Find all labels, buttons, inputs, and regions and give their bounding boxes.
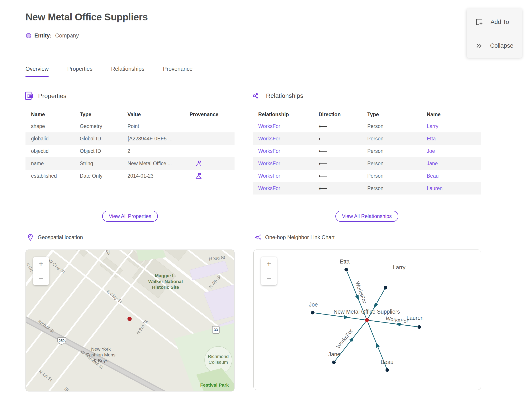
chart-zoom-in-button[interactable]: + — [261, 257, 277, 271]
map-zoom-in-button[interactable]: + — [33, 257, 49, 271]
tab-bar: OverviewPropertiesRelationshipsProvenanc… — [26, 66, 193, 77]
node-label: Jane — [328, 351, 340, 357]
map-label: Historic Site — [152, 284, 179, 290]
property-row: nameStringNew Metal Office ... — [26, 157, 234, 170]
relationship-entity-type: Person — [367, 123, 427, 129]
add-to-label: Add To — [491, 19, 509, 26]
tab-relationships[interactable]: Relationships — [111, 66, 144, 77]
node-label: Etta — [340, 258, 350, 265]
tab-overview[interactable]: Overview — [26, 66, 48, 77]
map-zoom-control: + − — [33, 257, 49, 285]
link-chart-edge[interactable] — [367, 288, 386, 320]
direction-arrow: ⟵ — [319, 135, 367, 142]
center-node-label: New Metal Office Suppliers — [334, 309, 400, 315]
link-chart-node-lauren[interactable] — [417, 325, 421, 329]
page-title: New Metal Office Suppliers — [26, 12, 148, 23]
route-shield-33: 33 — [212, 326, 219, 333]
relationship-entity-link[interactable]: Larry — [427, 123, 481, 129]
relationships-section-header: Relationships — [252, 91, 303, 101]
map-canvas[interactable]: 33250 W Clay Stk RdSaarshall StW Marshal… — [26, 250, 234, 391]
direction-arrow: ⟵ — [319, 123, 367, 130]
link-chart-node-joe[interactable] — [311, 311, 314, 315]
link-chart-center-node[interactable] — [365, 318, 369, 322]
properties-col-provenance: Provenance — [190, 112, 234, 118]
link-chart-icon — [254, 234, 262, 241]
relationship-type-link[interactable]: WorksFor — [258, 136, 319, 142]
direction-arrow: ⟵ — [319, 185, 367, 192]
node-label: Lauren — [406, 315, 424, 321]
relationship-type-link[interactable]: WorksFor — [258, 161, 319, 167]
properties-section-header: Properties — [24, 91, 66, 101]
entity-type-value: Company — [55, 32, 79, 39]
map-label: Festival Park — [200, 382, 229, 387]
map-zoom-out-button[interactable]: − — [33, 271, 49, 285]
relationship-entity-type: Person — [367, 136, 427, 142]
map-label: Walker National — [148, 279, 183, 284]
view-all-relationships-button[interactable]: View All Relationships — [335, 211, 399, 222]
node-label: Larry — [393, 264, 406, 270]
relationships-table-header: RelationshipDirectionTypeName — [253, 109, 481, 120]
link-chart-section-header: One-hop Neighbor Link Chart — [254, 234, 335, 241]
property-type: Date Only — [80, 173, 127, 179]
relationship-type-link[interactable]: WorksFor — [258, 123, 319, 129]
collapse-button[interactable]: Collapse — [475, 42, 513, 50]
property-value: 2014-01-23 — [127, 173, 190, 179]
provenance-flag-icon[interactable] — [195, 160, 202, 167]
link-chart-card: + − WorksForWorksForWorksForEttaLarryJoe… — [253, 250, 481, 390]
properties-icon — [24, 91, 34, 101]
add-to-icon — [475, 18, 484, 26]
relationship-type-link[interactable]: WorksFor — [258, 148, 319, 154]
relationships-col-direction: Direction — [319, 112, 367, 118]
relationship-row: WorksFor⟵PersonJoe — [253, 145, 481, 157]
property-provenance-cell[interactable] — [190, 173, 234, 179]
property-type: Global ID — [80, 136, 127, 142]
link-chart-node-jane[interactable] — [332, 361, 336, 364]
properties-col-name: Name — [31, 112, 80, 118]
map-label: Fashion Mens — [86, 352, 115, 357]
view-all-properties-button[interactable]: View All Properties — [102, 211, 158, 222]
relationships-section-title: Relationships — [266, 92, 303, 99]
link-chart-canvas[interactable]: WorksForWorksForWorksForEttaLarryJoeLaur… — [253, 250, 481, 390]
property-provenance-cell[interactable] — [190, 160, 234, 167]
link-chart-node-beau[interactable] — [386, 368, 389, 372]
tab-properties[interactable]: Properties — [67, 66, 93, 77]
properties-table-header: NameTypeValueProvenance — [26, 109, 234, 120]
relationship-entity-link[interactable]: Etta — [427, 136, 481, 142]
add-to-button[interactable]: Add To — [475, 18, 509, 26]
relationship-entity-link[interactable]: Jane — [427, 161, 481, 167]
relationship-entity-type: Person — [367, 173, 427, 179]
relationship-row: WorksFor⟵PersonLarry — [253, 120, 481, 132]
entity-detail-page: New Metal Office Suppliers Entity: Compa… — [0, 0, 532, 405]
link-chart-node-larry[interactable] — [384, 286, 387, 290]
chart-zoom-control: + − — [261, 257, 277, 285]
actions-panel: Add To Collapse — [467, 8, 522, 58]
property-name: established — [31, 173, 80, 179]
properties-col-value: Value — [127, 112, 190, 118]
property-row: globalidGlobal ID{A228944F-0EF5-... — [26, 132, 234, 145]
direction-arrow: ⟵ — [319, 172, 367, 180]
relationship-entity-link[interactable]: Beau — [427, 173, 481, 179]
map-pin-icon — [27, 234, 34, 241]
map-label: New York — [91, 346, 111, 351]
relationships-icon — [252, 91, 262, 101]
relationship-entity-link[interactable]: Joe — [427, 148, 481, 154]
map-entity-marker[interactable] — [128, 317, 132, 321]
property-value: 2 — [127, 148, 190, 154]
relationship-type-link[interactable]: WorksFor — [258, 173, 319, 179]
geospatial-section-header: Geospatial location — [27, 234, 83, 241]
chart-zoom-out-button[interactable]: − — [261, 271, 277, 285]
properties-table: NameTypeValueProvenance shapeGeometryPoi… — [26, 109, 234, 182]
link-chart-node-etta[interactable] — [345, 268, 348, 271]
relationship-type-link[interactable]: WorksFor — [258, 185, 319, 191]
relationships-col-name: Name — [427, 112, 481, 118]
property-row: establishedDate Only2014-01-23 — [26, 170, 234, 182]
tab-provenance[interactable]: Provenance — [163, 66, 193, 77]
relationship-row: WorksFor⟵PersonJane — [253, 157, 481, 170]
relationship-entity-link[interactable]: Lauren — [427, 185, 481, 191]
relationship-entity-type: Person — [367, 161, 427, 167]
node-label: Beau — [381, 359, 393, 365]
double-chevron-right-icon — [475, 42, 483, 50]
property-name: objectid — [31, 148, 80, 154]
property-name: name — [31, 161, 80, 167]
provenance-flag-icon[interactable] — [195, 173, 202, 179]
